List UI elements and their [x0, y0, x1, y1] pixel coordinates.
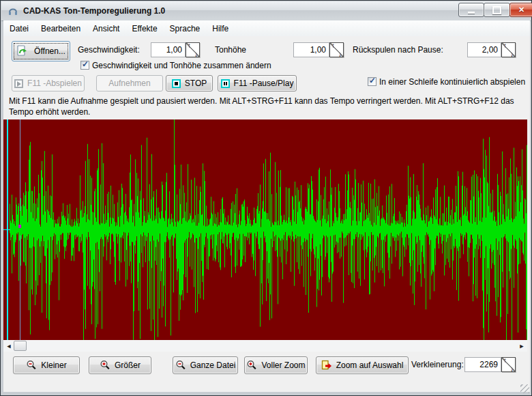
zoom-selection-button[interactable]: Zoom auf Auswahl — [316, 356, 409, 374]
record-button[interactable]: Aufnehmen — [96, 75, 163, 91]
larger-button-label: Größer — [115, 360, 141, 370]
client-area: Öffnen... Geschwindigkeit: Tonhöhe Rücks… — [3, 36, 530, 392]
loop-checkbox[interactable] — [368, 77, 376, 86]
pitch-input[interactable] — [293, 42, 329, 57]
speed-label: Geschwindigkeit: — [78, 42, 140, 57]
open-file-icon — [16, 45, 30, 57]
close-button[interactable]: ✕ — [509, 3, 532, 17]
play-button-label: F11 -Abspielen — [27, 79, 82, 88]
play-button[interactable]: F11 -Abspielen — [12, 75, 85, 91]
scrollbar-right-arrow-icon[interactable] — [516, 340, 527, 352]
whole-file-button-label: Ganze Datei — [190, 360, 236, 370]
pause-play-button-label: F11 -Pause/Play — [234, 79, 294, 88]
full-zoom-button[interactable]: Voller Zoom — [244, 356, 308, 374]
menu-item-sprache[interactable]: Sprache — [164, 22, 207, 36]
reduction-label: Verkleinerung: — [411, 357, 464, 372]
full-zoom-button-label: Voller Zoom — [261, 360, 305, 370]
waveform-display[interactable] — [3, 119, 527, 340]
stop-button[interactable]: STOP — [166, 75, 213, 91]
stop-button-label: STOP — [185, 79, 207, 88]
rewind-label: Rückspulen nach Pause: — [353, 42, 443, 57]
zoom-in-icon — [246, 360, 257, 371]
link-speed-pitch-checkbox[interactable] — [80, 61, 89, 70]
whole-file-button[interactable]: Ganze Datei — [173, 356, 238, 374]
smaller-button-label: Kleiner — [41, 360, 66, 370]
app-window: CAD-KAS Ton-Temporegulierung 1.0 ✕ Datei… — [0, 0, 532, 396]
smaller-button[interactable]: Kleiner — [13, 356, 80, 374]
info-text: Mit F11 kann die Aufnahme gespielt und p… — [9, 96, 531, 117]
zoom-in-icon — [100, 360, 110, 371]
open-button-label: Öffnen... — [34, 46, 65, 56]
pitch-label: Tonhöhe — [215, 42, 246, 57]
larger-button[interactable]: Größer — [89, 356, 151, 374]
waveform-scrollbar[interactable] — [3, 340, 527, 352]
loop-checkbox-label: In einer Schleife kontinuierlich abspiel… — [379, 77, 525, 87]
menu-item-datei[interactable]: Datei — [3, 22, 35, 36]
window-title: CAD-KAS Ton-Temporegulierung 1.0 — [23, 6, 165, 16]
menu-item-hilfe[interactable]: Hilfe — [206, 22, 235, 36]
pause-play-button[interactable]: F11 -Pause/Play — [218, 75, 297, 91]
maximize-icon — [492, 6, 501, 14]
rewind-spinner[interactable] — [501, 42, 516, 57]
zoom-out-icon — [175, 360, 186, 371]
link-speed-pitch-label: Geschwindigkeit und Tonhöhe zusammen änd… — [92, 61, 271, 70]
speed-spinner[interactable] — [186, 42, 200, 57]
zoom-out-icon — [26, 360, 37, 371]
scrollbar-left-arrow-icon[interactable] — [3, 340, 14, 352]
play-icon — [14, 79, 23, 88]
menu-item-ansicht[interactable]: Ansicht — [87, 22, 125, 36]
stop-icon — [172, 79, 181, 88]
menu-bar: Datei Bearbeiten Ansicht Effekte Sprache… — [3, 20, 530, 37]
maximize-button[interactable] — [484, 3, 510, 17]
reduction-spinner[interactable] — [501, 357, 516, 372]
close-icon: ✕ — [518, 5, 524, 14]
zoom-selection-icon — [321, 360, 332, 371]
app-icon — [8, 5, 18, 16]
rewind-input[interactable] — [467, 42, 501, 57]
window-resize-grip[interactable] — [520, 384, 529, 393]
open-button[interactable]: Öffnen... — [12, 41, 70, 61]
menu-item-effekte[interactable]: Effekte — [125, 22, 163, 36]
speed-input[interactable] — [151, 42, 186, 57]
title-bar: CAD-KAS Ton-Temporegulierung 1.0 ✕ — [1, 1, 531, 21]
scrollbar-thumb[interactable] — [14, 341, 27, 351]
pitch-spinner[interactable] — [329, 42, 344, 57]
pause-icon — [221, 79, 230, 88]
menu-item-bearbeiten[interactable]: Bearbeiten — [35, 22, 87, 36]
record-button-label: Aufnehmen — [108, 79, 150, 88]
zoom-selection-button-label: Zoom auf Auswahl — [336, 360, 404, 370]
reduction-input[interactable] — [464, 357, 501, 372]
minimize-icon — [468, 12, 475, 14]
minimize-button[interactable] — [458, 3, 484, 17]
